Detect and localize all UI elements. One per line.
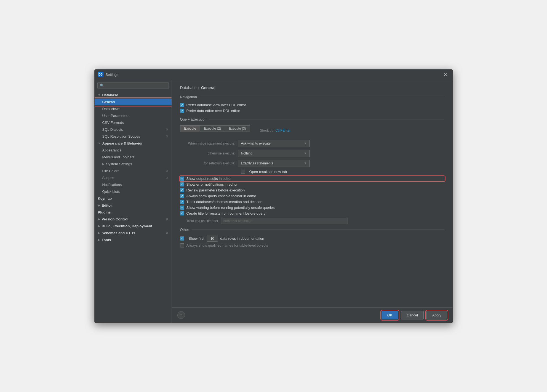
shortcut-row: Shortcut: Ctrl+Enter xyxy=(260,129,290,132)
breadcrumb: Database › General xyxy=(180,86,444,90)
sidebar-item-user-parameters[interactable]: User Parameters xyxy=(95,112,172,119)
when-inside-row: When inside statement execute: Ask what … xyxy=(180,140,444,147)
sidebar-item-file-colors[interactable]: File Colors ⚙ xyxy=(95,167,172,174)
sidebar-item-notifications[interactable]: Notifications xyxy=(95,181,172,188)
create-title-checkbox[interactable] xyxy=(180,211,184,215)
chevron-right-icon-5: ▶ xyxy=(98,231,100,234)
main-content: Database › General Navigation Prefer dat… xyxy=(172,80,453,307)
for-selection-label: for selection execute: xyxy=(180,161,235,165)
breadcrumb-current: General xyxy=(201,86,215,90)
for-selection-row: for selection execute: Exactly as statem… xyxy=(180,160,444,167)
content-area: 🔍 ▼ Database General Data Views User Par… xyxy=(95,80,453,323)
track-db-checkbox[interactable] xyxy=(180,200,184,204)
more-content-checkbox[interactable] xyxy=(180,243,184,247)
close-button[interactable]: ✕ xyxy=(441,71,449,78)
prefer-db-view-row: Prefer database view over DDL editor xyxy=(180,103,444,107)
query-execution-label: Query Execution xyxy=(180,117,207,121)
show-toolbar-row: Always show query console toolbar in edi… xyxy=(180,194,444,198)
navigation-divider xyxy=(200,97,444,97)
search-input[interactable] xyxy=(106,84,166,87)
prefer-db-view-checkbox[interactable] xyxy=(180,103,184,107)
sidebar-item-scopes[interactable]: Scopes ⚙ xyxy=(95,174,172,181)
show-toolbar-checkbox[interactable] xyxy=(180,194,184,198)
show-first-row: Show first data rows in documentation xyxy=(180,236,444,242)
sidebar-item-menus-toolbars[interactable]: Menus and Toolbars xyxy=(95,154,172,161)
review-params-label: Review parameters before execution xyxy=(186,188,245,192)
chevron-right-icon: ▶ xyxy=(102,162,105,166)
sidebar-item-build-exec[interactable]: ▶ Build, Execution, Deployment xyxy=(95,223,172,230)
create-title-row: Create title for results from comment be… xyxy=(180,211,444,215)
navigation-label: Navigation xyxy=(180,95,197,99)
tab-execute2[interactable]: Execute (2) xyxy=(200,125,225,132)
sidebar-item-sql-dialects[interactable]: SQL Dialects ⚙ xyxy=(95,126,172,133)
other-divider xyxy=(192,230,444,230)
show-error-checkbox[interactable] xyxy=(180,182,184,186)
chevron-right-icon-6: ▶ xyxy=(98,238,100,241)
search-box[interactable]: 🔍 xyxy=(97,82,169,89)
sidebar-item-general[interactable]: General xyxy=(95,98,172,105)
title-bar: DG Settings ✕ xyxy=(95,70,453,80)
open-results-checkbox[interactable] xyxy=(241,170,245,174)
when-inside-dropdown[interactable]: Ask what to execute ▼ xyxy=(238,140,310,147)
settings-window: DG Settings ✕ 🔍 ▼ Database General xyxy=(94,69,453,323)
sidebar-item-sql-resolution-scopes[interactable]: SQL Resolution Scopes ⚙ xyxy=(95,133,172,140)
show-warning-row: Show warning before running potentially … xyxy=(180,206,444,210)
search-icon: 🔍 xyxy=(100,84,104,87)
sidebar-item-database[interactable]: ▼ Database xyxy=(95,92,172,98)
show-first-checkbox[interactable] xyxy=(180,236,184,241)
show-warning-checkbox[interactable] xyxy=(180,206,184,210)
chevron-down-icon-4: ▼ xyxy=(304,152,307,155)
other-label: Other xyxy=(180,228,189,232)
show-error-row: Show error notifications in editor xyxy=(180,182,444,186)
settings-icon-6: ⚙ xyxy=(166,231,168,235)
chevron-down-icon: ▼ xyxy=(98,94,101,97)
other-section-header: Other xyxy=(180,228,444,232)
tab-execute[interactable]: Execute xyxy=(180,125,200,132)
chevron-right-icon-3: ▶ xyxy=(98,218,100,221)
review-params-checkbox[interactable] xyxy=(180,188,184,192)
treat-text-label: Treat text as title after xyxy=(186,219,218,223)
query-execution-section-header: Query Execution xyxy=(180,117,444,121)
otherwise-dropdown[interactable]: Nothing ▼ xyxy=(238,150,310,157)
breadcrumb-separator: › xyxy=(198,86,199,90)
otherwise-value: Nothing xyxy=(241,151,252,155)
treat-text-input[interactable] xyxy=(221,218,348,224)
sidebar-item-quick-lists[interactable]: Quick Lists xyxy=(95,188,172,195)
prefer-db-view-label: Prefer database view over DDL editor xyxy=(186,103,246,107)
sidebar-item-system-settings[interactable]: ▶ System Settings xyxy=(95,161,172,167)
sidebar-item-editor[interactable]: ▶ Editor xyxy=(95,202,172,209)
help-button[interactable]: ? xyxy=(177,311,185,319)
prefer-data-editor-checkbox[interactable] xyxy=(180,109,184,113)
show-output-checkbox[interactable] xyxy=(180,177,184,181)
chevron-right-icon-4: ▶ xyxy=(98,225,100,228)
chevron-down-icon-2: ▼ xyxy=(98,142,101,145)
prefer-data-editor-row: Prefer data editor over DDL editor xyxy=(180,109,444,113)
sidebar-item-tools[interactable]: ▶ Tools xyxy=(95,236,172,243)
show-output-row: Show output results in editor xyxy=(180,177,444,181)
show-first-input[interactable] xyxy=(207,236,218,242)
for-selection-dropdown[interactable]: Exactly as statements ▼ xyxy=(238,160,310,167)
sidebar-item-appearance-behavior[interactable]: ▼ Appearance & Behavior xyxy=(95,140,172,147)
window-title: Settings xyxy=(106,73,441,77)
sidebar-item-schemas-dtds[interactable]: ▶ Schemas and DTDs ⚙ xyxy=(95,230,172,236)
sidebar-item-csv-formats[interactable]: CSV Formats xyxy=(95,119,172,126)
sidebar-item-keymap[interactable]: Keymap xyxy=(95,195,172,202)
ok-button[interactable]: OK xyxy=(381,311,398,319)
settings-icon: ⚙ xyxy=(166,128,168,131)
cancel-button[interactable]: Cancel xyxy=(401,311,424,319)
chevron-down-icon-5: ▼ xyxy=(304,162,307,165)
apply-button[interactable]: Apply xyxy=(426,311,447,319)
for-selection-value: Exactly as statements xyxy=(241,161,273,165)
query-execution-divider xyxy=(209,119,444,119)
sidebar-item-version-control[interactable]: ▶ Version Control ⚙ xyxy=(95,216,172,223)
main-panel: Database › General Navigation Prefer dat… xyxy=(172,80,453,323)
sidebar-item-plugins[interactable]: Plugins xyxy=(95,209,172,216)
tab-execute3[interactable]: Execute (3) xyxy=(225,125,250,132)
when-inside-label: When inside statement execute: xyxy=(180,142,235,145)
sidebar-item-appearance[interactable]: Appearance xyxy=(95,147,172,154)
show-error-label: Show error notifications in editor xyxy=(186,182,238,186)
sidebar-nav: ▼ Database General Data Views User Param… xyxy=(95,91,172,244)
sidebar-item-data-views[interactable]: Data Views xyxy=(95,105,172,112)
track-db-row: Track databases/schemas creation and del… xyxy=(180,200,444,204)
settings-icon-5: ⚙ xyxy=(166,217,168,221)
